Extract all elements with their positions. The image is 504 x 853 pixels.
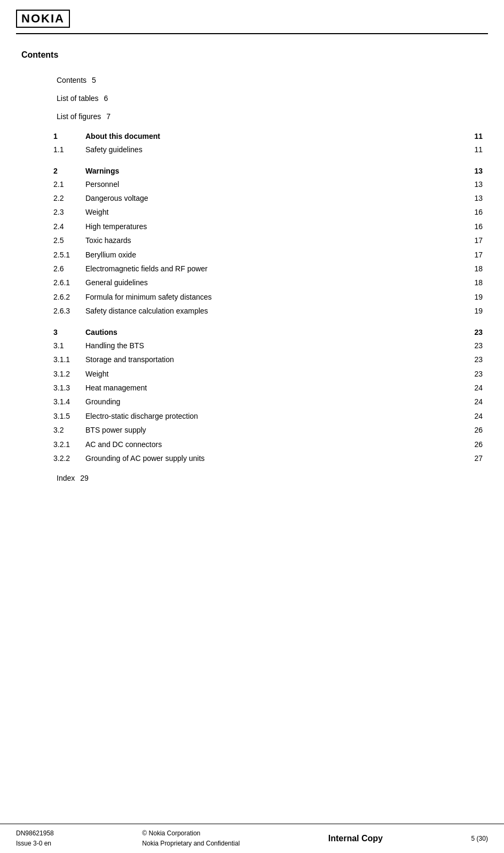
toc-standalone-label: Contents [57,76,89,84]
toc-entry-2-6-3: 2.6.3 Safety distance calculation exampl… [53,305,483,317]
toc-entry-3-1: 3.1 Handling the BTS 23 [53,340,483,351]
toc-entry-list-figures: List of figures 7 [53,112,483,121]
toc-entry-2-6-1: 2.6.1 General guidelines 18 [53,277,483,288]
toc-standalone-page: 6 [104,94,108,103]
toc-page-3-1-3: 24 [474,382,483,394]
toc-standalone-label: List of tables [57,94,101,103]
footer-copyright: © Nokia Corporation [142,828,240,839]
toc-number-2: 2 [53,165,85,177]
toc-number-2-4: 2.4 [53,221,85,232]
toc-page-3-1-5: 24 [474,410,483,422]
toc-label-3-1: Handling the BTS [85,340,471,351]
toc-number-2-6-1: 2.6.1 [53,277,85,288]
toc-number-3-2: 3.2 [53,424,85,436]
toc-entry-2-1: 2.1 Personnel 13 [53,178,483,190]
page-title: Contents [21,50,483,60]
footer-middle-left: © Nokia Corporation Nokia Proprietary an… [142,828,240,849]
toc-page-2-2: 13 [474,192,483,204]
toc-number-2-3: 2.3 [53,206,85,218]
toc-entry-index: Index 29 [53,474,483,482]
toc-page-2-6-1: 18 [474,277,483,288]
toc-entry-2-5-1: 2.5.1 Beryllium oxide 17 [53,249,483,261]
toc-page-3-1-1: 23 [474,354,483,365]
toc-entry-2-3: 2.3 Weight 16 [53,206,483,218]
toc-section-1: 1 About this document 11 1.1 Safety guid… [53,130,483,155]
toc-entry-1-1: 1.1 Safety guidelines 11 [53,144,483,155]
toc-page-2-3: 16 [474,206,483,218]
toc-entry-3-2-1: 3.2.1 AC and DC connectors 26 [53,439,483,450]
toc-label-3-1-4: Grounding [85,396,471,408]
footer-left: DN98621958 Issue 3-0 en [16,828,54,849]
toc-number-3-1-5: 3.1.5 [53,410,85,422]
toc-entry-3-1-5: 3.1.5 Electro-static discharge protectio… [53,410,483,422]
toc-page-2-6: 18 [474,263,483,275]
toc-label-3-2: BTS power supply [85,424,471,436]
toc-page-2-5-1: 17 [474,249,483,261]
toc-number-2-5-1: 2.5.1 [53,249,85,261]
toc-number-3-1-4: 3.1.4 [53,396,85,408]
toc-number-3-1-3: 3.1.3 [53,382,85,394]
toc-entry-3-2-2: 3.2.2 Grounding of AC power supply units… [53,452,483,464]
toc-entry-list-tables: List of tables 6 [53,94,483,103]
toc-page-2: 13 [474,165,483,177]
toc-entry-3-1-1: 3.1.1 Storage and transportation 23 [53,354,483,365]
toc-label-3-2-2: Grounding of AC power supply units [85,452,471,464]
toc-number-2-6-3: 2.6.3 [53,305,85,317]
toc-entry-3-2: 3.2 BTS power supply 26 [53,424,483,436]
toc-page-1-1: 11 [474,144,483,155]
toc-standalone-label: List of figures [57,112,103,121]
page-footer: DN98621958 Issue 3-0 en © Nokia Corporat… [0,824,504,853]
toc-number-2-5: 2.5 [53,234,85,246]
toc-label-2-6: Electromagnetic fields and RF power [85,263,471,275]
toc-index-label: Index [57,474,77,482]
toc-label-2: Warnings [85,165,471,177]
toc-label-3-1-1: Storage and transportation [85,354,471,365]
toc-label-3-1-2: Weight [85,368,471,380]
toc-standalone-page: 7 [106,112,111,121]
toc-number-3: 3 [53,326,85,338]
toc-entry-2-5: 2.5 Toxic hazards 17 [53,234,483,246]
toc-page-2-5: 17 [474,234,483,246]
toc-page-3-1: 23 [474,340,483,351]
toc-entry-3-1-2: 3.1.2 Weight 23 [53,368,483,380]
toc-label-3-1-5: Electro-static discharge protection [85,410,471,422]
toc-index-page: 29 [80,474,89,482]
toc-number-2-6-2: 2.6.2 [53,291,85,303]
toc-label-3-2-1: AC and DC connectors [85,439,471,450]
toc-entry-2-6-2: 2.6.2 Formula for minimum safety distanc… [53,291,483,303]
toc-label-2-6-1: General guidelines [85,277,471,288]
toc-label-1: About this document [85,130,471,142]
footer-center: Internal Copy [328,834,383,843]
toc-section-3: 3 Cautions 23 3.1 Handling the BTS 23 3.… [53,326,483,464]
toc-entry-2-4: 2.4 High temperatures 16 [53,221,483,232]
toc-number-3-1: 3.1 [53,340,85,351]
toc-entry-contents: Contents 5 [53,76,483,84]
toc-page-2-6-3: 19 [474,305,483,317]
toc-number-2-2: 2.2 [53,192,85,204]
toc-label-2-6-3: Safety distance calculation examples [85,305,471,317]
toc-entry-2: 2 Warnings 13 [53,165,483,177]
toc-label-2-5-1: Beryllium oxide [85,249,471,261]
toc-number-3-2-2: 3.2.2 [53,452,85,464]
toc-page-3: 23 [474,326,483,338]
toc-page-1: 11 [474,130,483,142]
toc-label-2-1: Personnel [85,178,471,190]
toc-number-2-1: 2.1 [53,178,85,190]
nokia-logo: NOKIA [16,10,70,28]
page-header: NOKIA [0,0,504,28]
toc-entry-1: 1 About this document 11 [53,130,483,142]
footer-issue: Issue 3-0 en [16,839,54,849]
toc-page-2-4: 16 [474,221,483,232]
page-content: Contents Contents 5 List of tables 6 Lis… [0,34,504,524]
toc-label-3: Cautions [85,326,471,338]
footer-proprietary: Nokia Proprietary and Confidential [142,839,240,849]
toc-number-2-6: 2.6 [53,263,85,275]
toc-page-3-2-1: 26 [474,439,483,450]
toc-entry-2-6: 2.6 Electromagnetic fields and RF power … [53,263,483,275]
toc-page-2-6-2: 19 [474,291,483,303]
footer-page-info: 5 (30) [471,835,488,842]
toc-label-2-5: Toxic hazards [85,234,471,246]
toc-number-3-2-1: 3.2.1 [53,439,85,450]
toc-label-2-3: Weight [85,206,471,218]
toc-page-3-1-4: 24 [474,396,483,408]
